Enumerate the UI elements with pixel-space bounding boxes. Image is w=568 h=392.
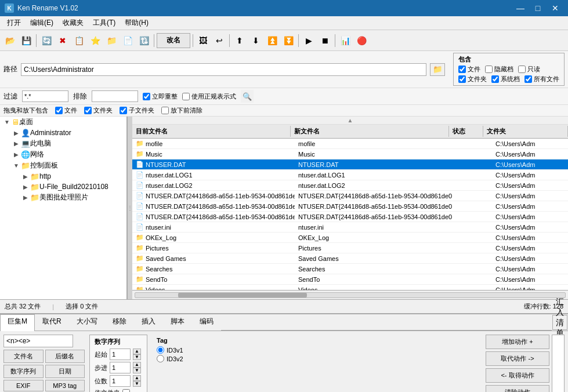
pattern-input[interactable]	[3, 335, 73, 347]
include-file-cb[interactable]	[458, 66, 466, 73]
tab-insert[interactable]: 插入	[134, 314, 163, 331]
tree-item-network[interactable]: ▶ 🌐 网络	[0, 149, 126, 160]
menu-favorites[interactable]: 收藏夹	[58, 17, 88, 29]
col-header-folder[interactable]: 文件夹	[483, 126, 568, 137]
toolbar-btn4[interactable]: ✖	[55, 33, 70, 48]
menu-tools[interactable]: 工具(T)	[88, 17, 120, 29]
tree-item-controlpanel[interactable]: ▼ 📁 控制面板	[0, 160, 126, 171]
table-row[interactable]: 📄 NTUSER.DAT{244186d8-a65d-11eb-9534-00d…	[132, 212, 568, 222]
table-row[interactable]: 📄 ntuser.dat.LOG1 ntuser.dat.LOG1 C:\Use…	[132, 170, 568, 180]
toolbar-bottom-btn[interactable]: ⏬	[281, 33, 296, 48]
toolbar-top-btn[interactable]: ⏫	[265, 33, 280, 48]
tree-item-mypc[interactable]: ▶ 💻 此电脑	[0, 138, 126, 149]
toolbar-up-btn[interactable]: ⬆	[232, 33, 247, 48]
rename-button[interactable]: 改名	[157, 33, 190, 48]
btn-date[interactable]: 日期	[45, 365, 85, 378]
table-row[interactable]: 📁 OKEx_Log OKEx_Log C:\Users\Adm	[132, 233, 568, 243]
tag-id3v1-radio[interactable]	[157, 346, 164, 354]
tab-replace[interactable]: 取代R	[35, 314, 69, 331]
toolbar-btn3[interactable]: 🔄	[39, 33, 54, 48]
btn-mp3tag[interactable]: MP3 tag	[45, 380, 85, 391]
dd-clear-cb[interactable]	[161, 107, 169, 114]
toolbar-btn8[interactable]: 📄	[120, 33, 135, 48]
toolbar-preview-btn[interactable]: ▶	[301, 33, 316, 48]
toolbar-btn9[interactable]: 🔃	[136, 33, 151, 48]
import-list-btn[interactable]: 汇入清单(I)	[552, 315, 567, 330]
btn-add-action[interactable]: 增加动作 +	[486, 335, 549, 349]
toolbar-excel-btn[interactable]: 📊	[338, 33, 353, 48]
btn-clear-action[interactable]: 清除动作	[486, 385, 549, 392]
numseq-step-down[interactable]: ▼	[133, 368, 141, 373]
tree-item-meitu[interactable]: ▶ 📁 美图批处理照片	[0, 192, 126, 203]
table-row[interactable]: 📁 SendTo SendTo C:\Users\Adm	[132, 274, 568, 285]
toolbar-btn11[interactable]: ⏹	[317, 33, 332, 48]
path-browse-btn[interactable]: 📁	[430, 63, 445, 76]
tab-case[interactable]: 大小写	[69, 314, 105, 331]
toolbar-btn7[interactable]: 📁	[104, 33, 119, 48]
tree-item-ufile[interactable]: ▶ 📁 U-File_Build20210108	[0, 182, 126, 192]
btn-replace-action[interactable]: 取代动作 ->	[486, 351, 549, 366]
dd-subfolder-cb[interactable]	[120, 107, 127, 114]
exclude-input[interactable]	[92, 90, 138, 102]
dd-folder-cb[interactable]	[84, 107, 92, 114]
hscroll-bar[interactable]	[135, 292, 566, 298]
toolbar-btn12[interactable]: 🔴	[354, 33, 369, 48]
col-header-status[interactable]: 状态	[449, 126, 483, 137]
use-regex-cb[interactable]	[182, 93, 190, 100]
instant-reset-cb[interactable]	[143, 93, 150, 100]
table-row[interactable]: 📄 NTUSER.DAT{244186d8-a65d-11eb-9534-00d…	[132, 201, 568, 212]
numseq-folder-cb[interactable]	[122, 389, 130, 392]
col-header-name[interactable]: 目前文件名	[132, 126, 291, 137]
btn-suffix[interactable]: 后缀名	[45, 350, 85, 363]
maximize-button[interactable]: □	[530, 0, 546, 16]
include-sys-cb[interactable]	[491, 75, 499, 83]
numseq-digits-down[interactable]: ▼	[133, 381, 141, 387]
numseq-start-down[interactable]: ▼	[133, 354, 141, 360]
btn-numseq[interactable]: 数字序列	[3, 365, 44, 378]
table-row[interactable]: 📁 mofile mofile C:\Users\Adm	[132, 139, 568, 149]
numseq-start-up[interactable]: ▲	[133, 349, 141, 354]
numseq-step-up[interactable]: ▲	[133, 362, 141, 368]
filter-input[interactable]	[22, 90, 68, 102]
btn-filename[interactable]: 文件名	[3, 350, 44, 363]
resize-handle[interactable]: ⋮	[128, 117, 132, 299]
numseq-step-input[interactable]	[110, 362, 131, 373]
toolbar-btn6[interactable]: ⭐	[88, 33, 103, 48]
numseq-start-input[interactable]	[110, 349, 131, 360]
toolbar-undo-btn[interactable]: ↩	[212, 33, 227, 48]
hscroll-area[interactable]	[132, 290, 568, 299]
include-hidden-cb[interactable]	[485, 66, 493, 73]
table-row[interactable]: 📁 Videos Videos C:\Users\Adm	[132, 285, 568, 290]
table-row[interactable]: 📄 ntuser.dat.LOG2 ntuser.dat.LOG2 C:\Use…	[132, 180, 568, 191]
col-header-newname[interactable]: 新文件名	[291, 126, 449, 137]
tree-item-administrator[interactable]: ▶ 👤 Administrator	[0, 128, 126, 138]
close-button[interactable]: ✕	[547, 0, 563, 16]
menu-edit[interactable]: 编辑(E)	[26, 17, 58, 29]
tab-script[interactable]: 脚本	[163, 314, 192, 331]
numseq-digits-up[interactable]: ▲	[133, 375, 141, 381]
tab-macro[interactable]: 巨集M	[0, 314, 35, 331]
tree-item-http[interactable]: ▶ 📁 http	[0, 171, 126, 182]
numseq-step-spin[interactable]: ▲ ▼	[133, 362, 141, 373]
numseq-digits-spin[interactable]: ▲ ▼	[133, 375, 141, 387]
table-row[interactable]: 📁 Saved Games Saved Games C:\Users\Adm	[132, 253, 568, 264]
table-row[interactable]: 📁 Searches Searches C:\Users\Adm	[132, 264, 568, 274]
btn-exif[interactable]: EXIF	[3, 380, 44, 391]
menu-open[interactable]: 打开	[2, 17, 26, 29]
toolbar-btn10[interactable]: 🖼	[196, 33, 211, 48]
tag-id3v2-radio[interactable]	[157, 355, 164, 362]
include-readonly-cb[interactable]	[518, 66, 526, 73]
include-folder-cb[interactable]	[458, 75, 466, 83]
numseq-digits-input[interactable]	[110, 375, 131, 387]
tab-remove[interactable]: 移除	[105, 314, 134, 331]
path-input[interactable]	[21, 63, 426, 76]
table-row[interactable]: 📄 NTUSER.DAT NTUSER.DAT C:\Users\Adm	[132, 159, 568, 170]
filter-search-btn[interactable]: 🔍	[241, 90, 254, 103]
table-row[interactable]: 📄 ntuser.ini ntuser.ini C:\Users\Adm	[132, 222, 568, 233]
table-row[interactable]: 📁 Pictures Pictures C:\Users\Adm	[132, 243, 568, 253]
table-row[interactable]: 📄 NTUSER.DAT{244186d8-a65d-11eb-9534-00d…	[132, 191, 568, 201]
minimize-button[interactable]: —	[512, 0, 529, 16]
toolbar-save-btn[interactable]: 💾	[19, 33, 34, 48]
menu-help[interactable]: 帮助(H)	[120, 17, 153, 29]
toolbar-down-btn[interactable]: ⬇	[248, 33, 263, 48]
